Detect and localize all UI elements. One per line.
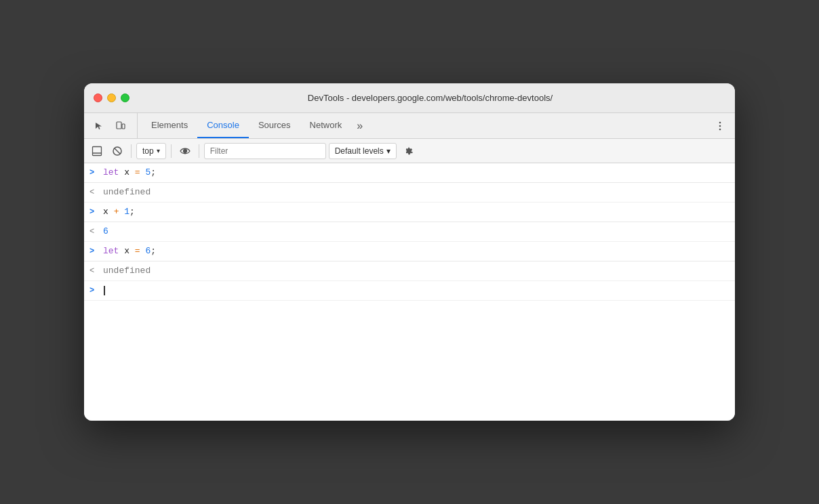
minimize-button[interactable] bbox=[107, 93, 116, 102]
text-cursor bbox=[104, 286, 105, 295]
settings-gear-icon[interactable] bbox=[399, 142, 417, 160]
console-input-line[interactable]: > bbox=[84, 281, 735, 301]
tab-sources[interactable]: Sources bbox=[249, 113, 300, 138]
svg-rect-0 bbox=[117, 122, 121, 129]
console-line: < undefined bbox=[84, 183, 735, 203]
svg-point-4 bbox=[719, 128, 721, 130]
output-prompt: < bbox=[89, 225, 98, 238]
more-tabs-button[interactable]: » bbox=[351, 113, 368, 138]
console-toolbar: top ▾ Default levels ▾ bbox=[84, 139, 735, 163]
input-prompt: > bbox=[89, 205, 98, 219]
context-selector[interactable]: top ▾ bbox=[136, 143, 166, 159]
device-toolbar-icon[interactable] bbox=[111, 117, 130, 135]
filter-input[interactable] bbox=[204, 143, 326, 159]
console-line: < undefined bbox=[84, 261, 735, 281]
input-prompt: > bbox=[89, 284, 98, 297]
live-expressions-icon[interactable] bbox=[176, 142, 194, 160]
svg-point-9 bbox=[183, 149, 186, 152]
svg-rect-1 bbox=[122, 124, 125, 129]
console-line: > let x = 5; bbox=[84, 163, 735, 183]
tab-network[interactable]: Network bbox=[300, 113, 352, 138]
svg-rect-5 bbox=[93, 146, 102, 155]
clear-console-icon[interactable] bbox=[108, 142, 126, 160]
output-prompt: < bbox=[89, 264, 98, 278]
title-bar: DevTools - developers.google.com/web/too… bbox=[84, 83, 735, 113]
window-title: DevTools - developers.google.com/web/too… bbox=[135, 93, 725, 103]
traffic-lights bbox=[94, 93, 129, 102]
output-prompt: < bbox=[89, 186, 98, 199]
default-levels-button[interactable]: Default levels ▾ bbox=[329, 143, 397, 159]
console-line: > let x = 6; bbox=[84, 242, 735, 261]
toolbar-separator-1 bbox=[131, 144, 132, 158]
console-content[interactable]: > let x = 5; < undefined > x + 1; < 6 > … bbox=[84, 163, 735, 421]
maximize-button[interactable] bbox=[121, 93, 129, 102]
svg-line-8 bbox=[115, 148, 120, 154]
select-element-icon[interactable] bbox=[89, 117, 108, 135]
tab-bar-left-icons bbox=[89, 113, 138, 138]
svg-point-2 bbox=[719, 121, 721, 123]
input-prompt: > bbox=[89, 166, 98, 180]
tab-bar-right bbox=[711, 113, 730, 138]
input-prompt: > bbox=[89, 245, 98, 258]
tab-elements[interactable]: Elements bbox=[142, 113, 197, 138]
vertical-dots-menu[interactable] bbox=[711, 117, 730, 135]
console-line: < 6 bbox=[84, 222, 735, 242]
close-button[interactable] bbox=[94, 93, 102, 102]
devtools-window: DevTools - developers.google.com/web/too… bbox=[84, 83, 735, 421]
toolbar-separator-2 bbox=[171, 144, 172, 158]
tab-console[interactable]: Console bbox=[197, 113, 249, 138]
toolbar-separator-3 bbox=[199, 144, 199, 158]
console-line: > x + 1; bbox=[84, 203, 735, 222]
show-drawer-icon[interactable] bbox=[88, 142, 106, 160]
tab-bar: Elements Console Sources Network » bbox=[84, 113, 735, 139]
svg-point-3 bbox=[719, 125, 721, 127]
